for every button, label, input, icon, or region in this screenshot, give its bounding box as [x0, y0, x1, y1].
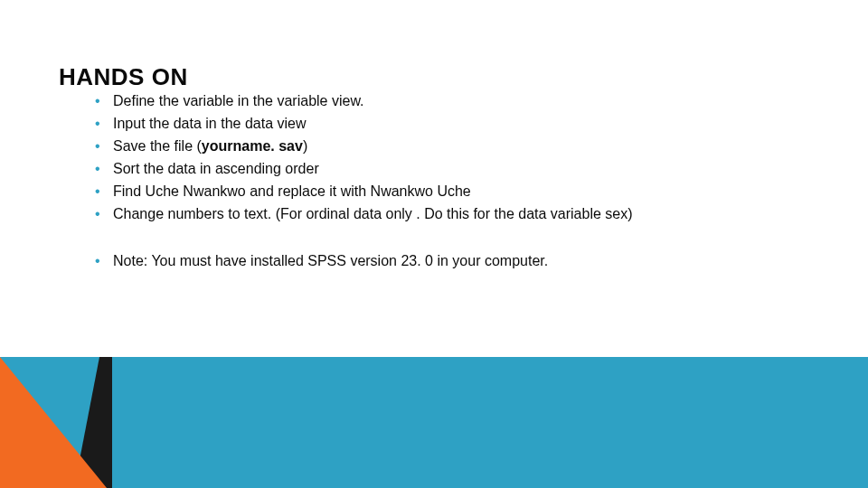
list-item-text: Find Uche Nwankwo and replace it with Nw… [113, 183, 471, 199]
note-item: Note: You must have installed SPSS versi… [95, 250, 814, 272]
list-item: Define the variable in the variable view… [95, 90, 814, 112]
list-item: Sort the data in ascending order [95, 158, 814, 180]
list-item: Change numbers to text. (For ordinal dat… [95, 203, 814, 225]
list-item-bold: yourname. sav [202, 138, 303, 154]
list-item-suffix: ) [303, 138, 307, 154]
list-item: Save the file (yourname. sav) [95, 136, 814, 157]
note-text: Note: You must have installed SPSS versi… [113, 253, 548, 268]
footer-blue [0, 357, 868, 488]
list-item-text: Sort the data in ascending order [113, 161, 319, 176]
list-item: Input the data in the data view [95, 113, 814, 135]
slide-content: Define the variable in the variable view… [95, 90, 814, 273]
bullet-list: Define the variable in the variable view… [95, 90, 814, 225]
list-item-text: Define the variable in the variable view… [113, 93, 364, 108]
slide-title: HANDS ON [59, 63, 188, 91]
slide: HANDS ON Define the variable in the vari… [0, 0, 868, 488]
list-item: Find Uche Nwankwo and replace it with Nw… [95, 181, 814, 202]
footer-orange-triangle [0, 357, 107, 488]
footer-band [0, 357, 868, 488]
list-item-text: Input the data in the data view [113, 116, 306, 131]
list-item-text: Change numbers to text. (For ordinal dat… [113, 206, 633, 221]
list-item-prefix: Save the file ( [113, 138, 202, 154]
note-list: Note: You must have installed SPSS versi… [95, 250, 814, 272]
